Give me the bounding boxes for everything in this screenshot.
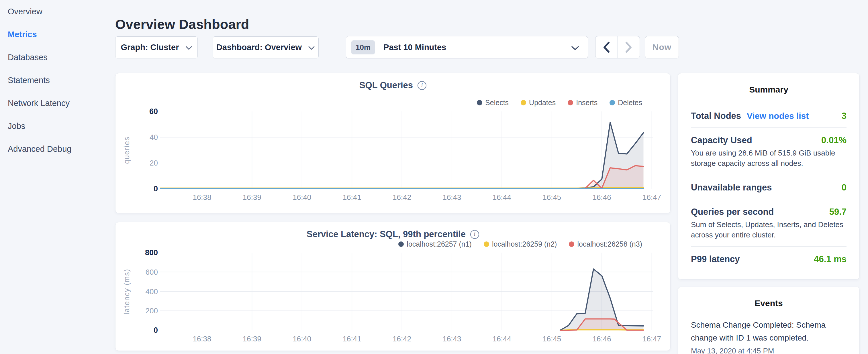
summary-value: 0 <box>842 183 846 193</box>
graph-dropdown[interactable]: Graph: Cluster <box>115 36 198 58</box>
svg-text:16:46: 16:46 <box>593 193 611 202</box>
svg-text:16:41: 16:41 <box>343 193 361 202</box>
summary-row-capacity-used: Capacity Used 0.01% <box>691 135 846 146</box>
sidebar-item-statements[interactable]: Statements <box>0 69 115 92</box>
svg-text:16:40: 16:40 <box>292 193 311 202</box>
sidebar-item-overview[interactable]: Overview <box>0 0 115 23</box>
page-title: Overview Dashboard <box>115 16 249 32</box>
event-text: Schema Change Completed: Schema change w… <box>691 319 846 344</box>
chart-card-service-latency: Service Latency: SQL, 99th percentile i … <box>115 222 671 351</box>
prev-time-button[interactable] <box>595 36 618 58</box>
graph-dropdown-label: Graph: Cluster <box>121 43 179 52</box>
svg-text:20: 20 <box>150 159 158 167</box>
svg-text:16:43: 16:43 <box>442 334 461 343</box>
svg-text:16:46: 16:46 <box>593 334 611 343</box>
event-timestamp: May 13, 2020 at 4:45 PM <box>691 347 846 354</box>
svg-text:40: 40 <box>150 133 158 141</box>
svg-text:0: 0 <box>154 326 158 334</box>
now-button[interactable]: Now <box>645 36 679 58</box>
sidebar-item-metrics[interactable]: Metrics <box>0 23 115 46</box>
summary-label: Total Nodes <box>691 111 741 121</box>
divider <box>691 127 846 128</box>
summary-row-queries-per-second: Queries per second 59.7 <box>691 207 846 217</box>
app-root: Overview Metrics Databases Statements Ne… <box>0 0 868 354</box>
summary-value: 3 <box>842 111 846 121</box>
chevron-down-icon <box>308 46 315 50</box>
svg-text:16:45: 16:45 <box>542 334 561 343</box>
svg-text:16:47: 16:47 <box>643 193 661 202</box>
time-preset-badge: 10m <box>351 40 375 55</box>
dashboard-dropdown-label: Dashboard: Overview <box>216 43 302 52</box>
svg-text:queries: queries <box>123 136 131 164</box>
svg-text:200: 200 <box>146 307 158 315</box>
header-divider <box>333 35 333 58</box>
view-nodes-link[interactable]: View nodes list <box>747 111 809 121</box>
summary-label: Capacity Used <box>691 135 752 146</box>
sidebar: Overview Metrics Databases Statements Ne… <box>0 0 115 354</box>
svg-text:600: 600 <box>146 268 158 277</box>
summary-label: P99 latency <box>691 254 740 264</box>
sidebar-item-network-latency[interactable]: Network Latency <box>0 92 115 115</box>
summary-value: 46.1 ms <box>814 254 846 264</box>
sql-queries-chart[interactable]: 020406016:3816:3916:4016:4116:4216:4316:… <box>116 73 671 214</box>
chevron-down-icon <box>571 46 579 51</box>
divider <box>691 246 846 247</box>
svg-text:0: 0 <box>154 185 158 193</box>
summary-description: Sum of Selects, Updates, Inserts, and De… <box>691 219 846 240</box>
sidebar-item-advanced-debug[interactable]: Advanced Debug <box>0 137 115 160</box>
summary-row-unavailable-ranges: Unavailable ranges 0 <box>691 183 846 193</box>
svg-text:800: 800 <box>145 248 158 257</box>
chevron-right-icon <box>625 41 632 53</box>
svg-text:16:44: 16:44 <box>493 334 511 343</box>
svg-text:16:40: 16:40 <box>292 334 311 343</box>
summary-label: Queries per second <box>691 207 774 217</box>
svg-text:latency (ms): latency (ms) <box>123 269 131 315</box>
svg-text:16:41: 16:41 <box>343 334 361 343</box>
svg-text:16:44: 16:44 <box>493 193 511 202</box>
svg-text:16:42: 16:42 <box>393 193 411 202</box>
svg-text:16:45: 16:45 <box>542 193 561 202</box>
summary-row-total-nodes: Total Nodes View nodes list 3 <box>691 111 846 121</box>
svg-text:16:38: 16:38 <box>192 334 211 343</box>
summary-value: 0.01% <box>821 135 846 146</box>
svg-text:16:39: 16:39 <box>243 334 261 343</box>
svg-text:16:43: 16:43 <box>442 193 461 202</box>
summary-label: Unavailable ranges <box>691 183 772 193</box>
svg-text:16:39: 16:39 <box>243 193 261 202</box>
dashboard-dropdown[interactable]: Dashboard: Overview <box>213 36 319 58</box>
summary-card: Summary Total Nodes View nodes list 3 Ca… <box>678 73 860 280</box>
time-range-label: Past 10 Minutes <box>383 43 446 52</box>
time-range-picker[interactable]: 10m Past 10 Minutes <box>346 36 588 58</box>
events-title: Events <box>678 287 859 308</box>
svg-text:16:42: 16:42 <box>393 334 411 343</box>
events-card: Events Schema Change Completed: Schema c… <box>678 287 860 354</box>
summary-value: 59.7 <box>829 207 846 217</box>
time-step-buttons <box>595 36 640 58</box>
sidebar-item-databases[interactable]: Databases <box>0 46 115 69</box>
divider <box>691 175 846 175</box>
chevron-down-icon <box>185 46 192 50</box>
next-time-button[interactable] <box>618 36 640 58</box>
sidebar-item-jobs[interactable]: Jobs <box>0 115 115 137</box>
summary-title: Summary <box>678 73 859 95</box>
summary-description: You are using 28.6 MiB of 515.9 GiB usab… <box>691 148 846 168</box>
chart-card-sql-queries: SQL Queries i SelectsUpdatesInsertsDelet… <box>115 73 671 213</box>
svg-text:16:38: 16:38 <box>192 193 211 202</box>
chevron-left-icon <box>602 41 610 53</box>
svg-text:400: 400 <box>146 287 158 296</box>
divider <box>691 199 846 199</box>
svg-text:60: 60 <box>149 107 158 116</box>
svg-text:16:47: 16:47 <box>643 334 661 343</box>
summary-row-p99-latency: P99 latency 46.1 ms <box>691 254 846 264</box>
service-latency-chart[interactable]: 020040060080016:3816:3916:4016:4116:4216… <box>116 222 671 351</box>
